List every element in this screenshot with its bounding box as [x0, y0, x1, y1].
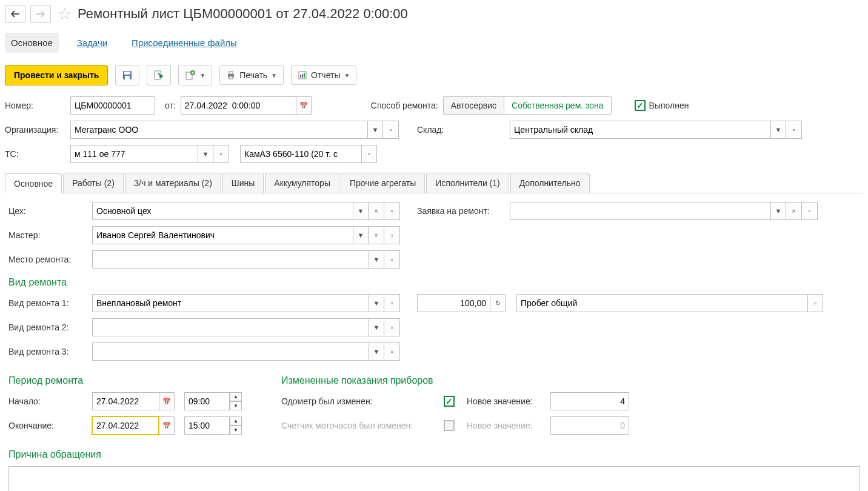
clear-icon[interactable]: × — [786, 202, 802, 220]
tab-performers[interactable]: Исполнители (1) — [426, 173, 509, 193]
repair-type3-input[interactable] — [92, 342, 369, 361]
open-icon[interactable]: ▫ — [384, 318, 400, 336]
end-date-input[interactable] — [92, 416, 159, 435]
repair-request-input[interactable] — [510, 202, 770, 220]
open-icon[interactable]: ▫ — [384, 226, 400, 244]
favorite-icon[interactable]: ☆ — [56, 5, 73, 22]
master-input[interactable] — [92, 226, 353, 244]
svg-rect-7 — [229, 72, 233, 74]
dropdown-icon[interactable]: ▼ — [369, 294, 384, 312]
calendar-icon[interactable]: 📅 — [159, 416, 175, 435]
repair-method-toggle[interactable]: Автосервис Собственная рем. зона — [443, 96, 612, 115]
dropdown-icon[interactable]: ▼ — [770, 121, 786, 139]
reports-label: Отчеты — [311, 70, 340, 80]
svg-rect-8 — [229, 76, 233, 79]
open-icon[interactable]: ▫ — [384, 202, 400, 220]
start-time-input[interactable] — [184, 392, 230, 410]
odometer-changed-checkbox[interactable]: ✓ — [444, 396, 455, 407]
refresh-icon[interactable]: ↻ — [490, 294, 506, 312]
ts-model-input[interactable] — [240, 145, 361, 163]
calendar-icon[interactable]: 📅 — [296, 96, 312, 115]
spin-down[interactable]: ▼ — [230, 401, 242, 410]
start-date-input[interactable] — [92, 392, 159, 410]
spin-up[interactable]: ▲ — [230, 416, 242, 426]
view-tab-tasks[interactable]: Задачи — [71, 33, 113, 53]
new-odometer-input[interactable] — [550, 392, 629, 410]
tab-other-units[interactable]: Прочие агрегаты — [341, 173, 425, 193]
page-title: Ремонтный лист ЦБМ00000001 от 27.04.2022… — [78, 6, 408, 22]
from-label: от: — [165, 101, 176, 110]
svg-rect-10 — [300, 75, 301, 78]
odometer-type-input[interactable] — [516, 294, 807, 312]
dropdown-icon[interactable]: ▼ — [353, 202, 369, 220]
ts-input[interactable] — [70, 145, 198, 163]
open-icon[interactable]: ▫ — [786, 121, 802, 139]
spin-down[interactable]: ▼ — [230, 426, 242, 435]
end-label: Окончание: — [8, 421, 87, 430]
start-label: Начало: — [8, 396, 87, 406]
spin-up[interactable]: ▲ — [230, 392, 242, 401]
changed-section: Измененные показания приборов — [281, 375, 629, 386]
method-autoservice[interactable]: Автосервис — [444, 97, 504, 114]
dropdown-icon[interactable]: ▼ — [353, 226, 369, 244]
dropdown-icon[interactable]: ▼ — [198, 145, 213, 163]
svg-rect-2 — [125, 76, 130, 79]
tab-additional[interactable]: Дополнительно — [510, 173, 590, 193]
reports-button[interactable]: Отчеты ▼ — [291, 65, 356, 85]
dropdown-icon[interactable]: ▼ — [770, 202, 786, 220]
repair-method-label: Способ ремонта: — [371, 101, 438, 110]
new-hour-input — [550, 416, 629, 435]
warehouse-input[interactable] — [510, 121, 770, 139]
print-button[interactable]: Печать ▼ — [219, 65, 284, 85]
open-icon[interactable]: ▫ — [802, 202, 818, 220]
submit-button[interactable] — [147, 65, 171, 85]
number-input[interactable] — [70, 96, 155, 115]
submit-close-button[interactable]: Провести и закрыть — [5, 65, 108, 85]
open-icon[interactable]: ▫ — [384, 342, 400, 361]
open-icon[interactable]: ▫ — [213, 145, 229, 163]
dropdown-icon[interactable]: ▼ — [369, 250, 384, 269]
tab-main[interactable]: Основное — [5, 173, 62, 193]
new-value-label: Новое значение: — [467, 396, 546, 406]
dropdown-icon: ▼ — [344, 72, 350, 79]
calendar-icon[interactable]: 📅 — [159, 392, 175, 410]
reason-textarea[interactable] — [8, 466, 860, 491]
svg-rect-12 — [304, 73, 305, 78]
done-checkbox[interactable]: ✓ — [635, 100, 646, 111]
dropdown-icon[interactable]: ▼ — [369, 318, 384, 336]
open-icon[interactable]: ▫ — [361, 145, 377, 163]
period-section: Период ремонта — [8, 375, 257, 386]
method-own[interactable]: Собственная рем. зона — [504, 97, 611, 114]
clear-icon[interactable]: × — [369, 202, 384, 220]
open-icon[interactable]: ▫ — [384, 250, 400, 269]
date-input[interactable] — [181, 96, 296, 115]
end-time-input[interactable] — [184, 416, 230, 435]
open-icon[interactable]: ▫ — [807, 294, 823, 312]
open-icon[interactable]: ▫ — [383, 121, 399, 139]
view-tab-main[interactable]: Основное — [5, 33, 59, 53]
tab-parts[interactable]: З/ч и материалы (2) — [125, 173, 221, 193]
dropdown-icon: ▼ — [199, 72, 205, 79]
nav-forward-button[interactable] — [30, 5, 51, 23]
repair-type1-input[interactable] — [92, 294, 369, 312]
dropdown-icon[interactable]: ▼ — [367, 121, 383, 139]
tab-tires[interactable]: Шины — [222, 173, 264, 193]
view-tab-files[interactable]: Присоединенные файлы — [125, 33, 243, 53]
create-based-button[interactable]: ▼ — [178, 65, 212, 85]
save-button[interactable] — [115, 65, 139, 85]
org-input[interactable] — [70, 121, 367, 139]
svg-rect-1 — [124, 72, 130, 75]
nav-back-button[interactable] — [5, 5, 25, 23]
tab-works[interactable]: Работы (2) — [63, 173, 124, 193]
shop-input[interactable] — [92, 202, 353, 220]
dropdown-icon[interactable]: ▼ — [369, 342, 384, 361]
odometer-value-input[interactable] — [417, 294, 490, 312]
repair-place-input[interactable] — [92, 250, 369, 269]
clear-icon[interactable]: × — [369, 226, 384, 244]
tab-batteries[interactable]: Аккумуляторы — [265, 173, 339, 193]
hour-counter-checkbox: ✓ — [444, 420, 455, 431]
svg-rect-11 — [302, 74, 303, 78]
repair-type2-input[interactable] — [92, 318, 369, 336]
shop-label: Цех: — [8, 206, 87, 216]
open-icon[interactable]: ▫ — [384, 294, 400, 312]
